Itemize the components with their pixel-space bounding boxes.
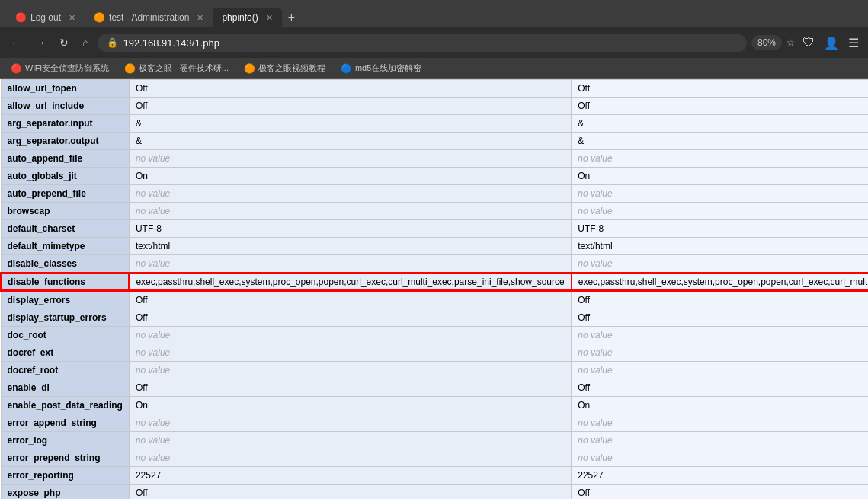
cell-master: no value: [572, 414, 868, 432]
back-button[interactable]: ←: [6, 34, 26, 52]
reload-button[interactable]: ↻: [55, 34, 73, 52]
cell-name: browscap: [1, 203, 129, 220]
cell-name: display_startup_errors: [1, 309, 129, 327]
cell-local: Off: [129, 309, 571, 327]
no-value-local: no value: [136, 365, 170, 376]
cell-master: no value: [572, 327, 868, 344]
bookmark-md5-label: md5在线加密解密: [355, 62, 421, 74]
tab-logout-label: Log out: [30, 12, 61, 23]
no-value-local: no value: [136, 435, 170, 446]
menu-icon[interactable]: ☰: [845, 33, 862, 53]
cell-name: allow_url_fopen: [1, 80, 129, 98]
cell-name: auto_append_file: [1, 150, 129, 168]
cell-master: Off: [572, 80, 868, 98]
cell-master: Off: [572, 291, 868, 309]
cell-local: exec,passthru,shell_exec,system,proc_ope…: [129, 273, 571, 291]
bookmark-geek2-label: 极客之眼视频教程: [258, 62, 325, 74]
cell-local: &: [129, 133, 571, 150]
no-value-master: no value: [578, 153, 612, 164]
cell-name: enable_post_data_reading: [1, 397, 129, 414]
table-row: error_logno valueno value: [1, 432, 868, 449]
no-value-master: no value: [578, 435, 612, 446]
no-value-local: no value: [136, 453, 170, 463]
tab-phpinfo-label: phpinfo(): [222, 12, 258, 23]
bookmark-wifi[interactable]: 🔴 WiFi安全侦查防御系统: [6, 61, 114, 75]
table-row: auto_append_fileno valueno value: [1, 150, 868, 168]
cell-local: no value: [129, 185, 571, 203]
tab-logout-close[interactable]: ✕: [69, 13, 75, 23]
cell-master: Off: [572, 379, 868, 397]
cell-master: text/html: [572, 238, 868, 255]
tab-phpinfo[interactable]: phpinfo() ✕: [213, 8, 281, 27]
cell-name: error_log: [1, 432, 129, 449]
bookmark-wifi-label: WiFi安全侦查防御系统: [25, 62, 109, 74]
bookmark-md5[interactable]: 🔵 md5在线加密解密: [336, 61, 426, 75]
cell-master: no value: [572, 203, 868, 220]
no-value-local: no value: [136, 347, 170, 358]
new-tab-button[interactable]: +: [282, 8, 301, 27]
table-row: default_mimetypetext/htmltext/html: [1, 238, 868, 255]
forward-button[interactable]: →: [30, 34, 50, 52]
table-row: arg_separator.output&&: [1, 133, 868, 150]
address-input[interactable]: [123, 37, 738, 49]
cell-master: 22527: [572, 467, 868, 485]
cell-local: no value: [129, 414, 571, 432]
tab-phpinfo-close[interactable]: ✕: [266, 13, 273, 23]
tab-logout[interactable]: 🔴 Log out ✕: [6, 8, 85, 27]
cell-name: docref_ext: [1, 344, 129, 362]
zoom-level[interactable]: 80%: [751, 35, 782, 50]
cell-name: arg_separator.output: [1, 133, 129, 150]
tab-admin-label: test - Administration: [109, 12, 189, 23]
home-button[interactable]: ⌂: [78, 34, 93, 52]
cell-master: &: [572, 133, 868, 150]
table-row: arg_separator.input&&: [1, 115, 868, 133]
cell-local: no value: [129, 255, 571, 273]
table-row: error_reporting2252722527: [1, 467, 868, 485]
bookmark-geek1-label: 极客之眼 - 硬件技术研...: [139, 62, 229, 74]
cell-local: Off: [129, 485, 571, 500]
tab-admin[interactable]: 🟠 test - Administration ✕: [85, 8, 213, 27]
no-value-local: no value: [136, 330, 170, 341]
profile-icon[interactable]: 👤: [821, 33, 842, 53]
bookmark-geek1[interactable]: 🟠 极客之眼 - 硬件技术研...: [120, 61, 233, 75]
cell-master: On: [572, 168, 868, 185]
no-value-local: no value: [136, 417, 170, 428]
table-row: auto_prepend_fileno valueno value: [1, 185, 868, 203]
cell-name: disable_classes: [1, 255, 129, 273]
table-row: disable_classesno valueno value: [1, 255, 868, 273]
table-row: allow_url_includeOffOff: [1, 98, 868, 115]
address-bar[interactable]: 🔒: [98, 34, 747, 52]
nav-actions: 🛡 👤 ☰: [799, 33, 862, 53]
cell-local: &: [129, 115, 571, 133]
cell-local: no value: [129, 449, 571, 467]
cell-local: Off: [129, 379, 571, 397]
cell-local: UTF-8: [129, 220, 571, 238]
bookmark-geek2[interactable]: 🟠 极客之眼视频教程: [239, 61, 330, 75]
no-value-master: no value: [578, 330, 612, 341]
cell-master: no value: [572, 432, 868, 449]
cell-local: Off: [129, 80, 571, 98]
cell-name: auto_prepend_file: [1, 185, 129, 203]
cell-master: On: [572, 397, 868, 414]
page-content: allow_url_fopenOffOffallow_url_includeOf…: [0, 79, 868, 499]
bookmark-md5-icon: 🔵: [341, 63, 352, 74]
shield-icon[interactable]: 🛡: [799, 33, 818, 53]
cell-master: Off: [572, 485, 868, 500]
browser-chrome: 🔴 Log out ✕ 🟠 test - Administration ✕ ph…: [0, 0, 868, 79]
tab-admin-favicon: 🟠: [94, 12, 104, 23]
cell-local: text/html: [129, 238, 571, 255]
tab-admin-close[interactable]: ✕: [197, 13, 203, 23]
bookmark-wifi-icon: 🔴: [11, 63, 22, 74]
table-row: auto_globals_jitOnOn: [1, 168, 868, 185]
bookmark-star[interactable]: ☆: [786, 37, 795, 48]
no-value-local: no value: [136, 153, 170, 164]
cell-name: error_reporting: [1, 467, 129, 485]
cell-local: Off: [129, 291, 571, 309]
table-row: expose_phpOffOff: [1, 485, 868, 500]
no-value-master: no value: [578, 258, 612, 269]
cell-name: disable_functions: [1, 273, 129, 291]
table-row: docref_rootno valueno value: [1, 362, 868, 379]
cell-master: no value: [572, 449, 868, 467]
nav-bar: ← → ↻ ⌂ 🔒 80% ☆ 🛡 👤 ☰: [0, 27, 868, 58]
cell-master: no value: [572, 362, 868, 379]
